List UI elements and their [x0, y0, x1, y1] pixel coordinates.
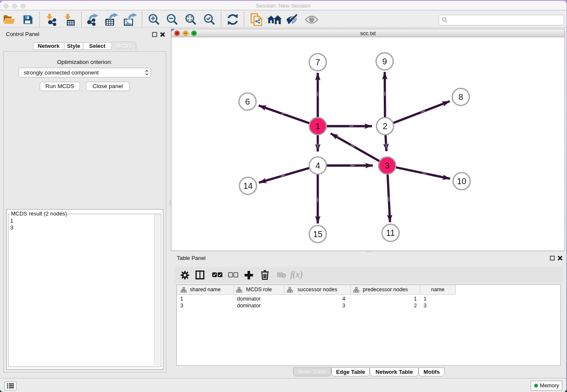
- svg-text:9: 9: [382, 57, 387, 66]
- svg-text:8: 8: [458, 92, 463, 102]
- svg-text:14: 14: [243, 181, 252, 190]
- svg-text:1: 1: [315, 121, 320, 131]
- svg-text:6: 6: [245, 97, 250, 106]
- svg-text:3: 3: [385, 161, 389, 170]
- svg-text:10: 10: [457, 177, 466, 186]
- svg-text:11: 11: [386, 228, 395, 237]
- svg-text:4: 4: [315, 161, 320, 170]
- svg-text:15: 15: [313, 229, 322, 239]
- svg-text:7: 7: [315, 58, 320, 67]
- svg-text:2: 2: [383, 121, 387, 131]
